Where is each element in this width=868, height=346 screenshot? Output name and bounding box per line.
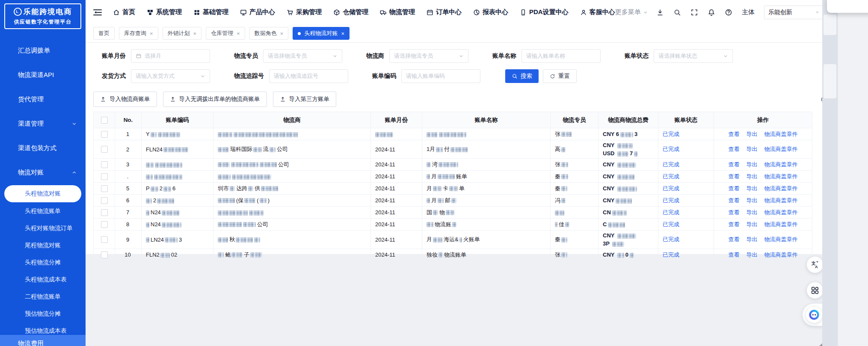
row-checkbox[interactable] <box>101 221 108 228</box>
op-view-link[interactable]: 查看 <box>729 131 740 137</box>
op-stamp-link[interactable]: 物流商盖章件 <box>764 197 798 204</box>
nav-item-report[interactable]: 报表中心 <box>473 8 508 16</box>
nav-item-service[interactable]: 客服中心 <box>580 8 615 16</box>
download-icon[interactable] <box>656 9 664 16</box>
help-icon[interactable] <box>725 9 732 16</box>
op-export-link[interactable]: 导出 <box>747 173 758 180</box>
op-view-link[interactable]: 查看 <box>729 197 740 204</box>
sidebar-item-物流渠道API[interactable]: 物流渠道API <box>0 63 86 87</box>
nav-item-product[interactable]: 产品中心 <box>240 8 275 16</box>
row-checkbox[interactable] <box>101 185 108 192</box>
select-账单状态[interactable]: 请选择账单状态 <box>654 49 733 63</box>
op-export-link[interactable]: 导出 <box>747 221 758 228</box>
import-button-导入第三方账单[interactable]: 导入第三方账单 <box>273 92 337 107</box>
search-button[interactable]: 搜索 <box>505 69 539 83</box>
op-export-link[interactable]: 导出 <box>747 146 758 152</box>
assistant-button[interactable] <box>806 307 822 323</box>
sidebar-subitem-头程物流分摊[interactable]: 头程物流分摊 <box>0 254 86 271</box>
import-button-导入物流商账单[interactable]: 导入物流商账单 <box>93 92 157 107</box>
nav-item-order[interactable]: 订单中心 <box>427 8 462 16</box>
close-icon[interactable]: × <box>237 31 240 36</box>
sidebar-subitem-头程物流成本表[interactable]: 头程物流成本表 <box>0 271 86 288</box>
op-stamp-link[interactable]: 物流商盖章件 <box>764 146 798 152</box>
select-账单月份[interactable]: 选择月 <box>131 49 210 63</box>
sidebar-subitem-预估物流分摊[interactable]: 预估物流分摊 <box>0 305 86 322</box>
sidebar-subitem-尾程物流对账[interactable]: 尾程物流对账 <box>0 237 86 254</box>
text-input-账单名称[interactable]: 请输入账单名称 <box>521 49 601 63</box>
menu-collapse-icon[interactable] <box>93 9 102 15</box>
fullscreen-icon[interactable] <box>690 9 698 16</box>
nav-item-base[interactable]: 基础管理 <box>193 8 228 16</box>
tab-头程物流对账[interactable]: 头程物流对账× <box>293 27 350 40</box>
op-export-link[interactable]: 导出 <box>747 209 758 216</box>
sidebar-item-货代管理[interactable]: 货代管理 <box>0 87 86 112</box>
select-all-checkbox[interactable] <box>101 117 108 124</box>
row-checkbox[interactable] <box>101 197 108 204</box>
op-stamp-link[interactable]: 物流商盖章件 <box>764 236 798 242</box>
op-stamp-link[interactable]: 物流商盖章件 <box>764 251 798 258</box>
nav-item-pda[interactable]: PDA设置中心 <box>520 8 569 16</box>
row-checkbox[interactable] <box>101 161 108 168</box>
op-view-link[interactable]: 查看 <box>729 146 740 152</box>
nav-item-sys[interactable]: 系统管理 <box>147 8 182 16</box>
op-stamp-link[interactable]: 物流商盖章件 <box>764 161 798 168</box>
row-checkbox[interactable] <box>101 173 108 180</box>
nav-item-logistics[interactable]: 物流管理 <box>380 8 415 16</box>
row-checkbox[interactable] <box>101 131 108 138</box>
op-stamp-link[interactable]: 物流商盖章件 <box>764 173 798 180</box>
op-view-link[interactable]: 查看 <box>729 221 740 228</box>
close-icon[interactable]: × <box>280 31 284 36</box>
sidebar-item-汇总调拨单[interactable]: 汇总调拨单 <box>0 38 86 63</box>
row-checkbox[interactable] <box>101 146 108 153</box>
row-checkbox[interactable] <box>101 251 108 258</box>
close-icon[interactable]: × <box>150 31 153 36</box>
more-menu[interactable]: 更多菜单 <box>615 8 648 16</box>
select-物流商[interactable]: 请选择物流专员 <box>389 49 468 63</box>
tab-首页[interactable]: 首页 <box>93 27 115 40</box>
select-物流专员[interactable]: 请选择物流专员 <box>263 49 342 63</box>
op-view-link[interactable]: 查看 <box>729 173 740 180</box>
op-view-link[interactable]: 查看 <box>729 185 740 192</box>
op-export-link[interactable]: 导出 <box>747 236 758 242</box>
sidebar-item-物流对账[interactable]: 物流对账 <box>0 160 86 185</box>
search-icon[interactable] <box>673 9 681 16</box>
sidebar-subitem-头程物流账单[interactable]: 头程物流账单 <box>0 203 86 220</box>
sidebar-subitem-头程对账物流订单[interactable]: 头程对账物流订单 <box>0 220 86 237</box>
nav-item-home[interactable]: 首页 <box>113 8 135 16</box>
op-export-link[interactable]: 导出 <box>747 131 758 137</box>
row-checkbox[interactable] <box>101 209 108 216</box>
op-stamp-link[interactable]: 物流商盖章件 <box>764 185 798 192</box>
op-stamp-link[interactable]: 物流商盖章件 <box>764 131 798 137</box>
apps-button[interactable] <box>807 282 823 299</box>
op-export-link[interactable]: 导出 <box>747 185 758 192</box>
op-export-link[interactable]: 导出 <box>747 251 758 258</box>
op-view-link[interactable]: 查看 <box>729 161 740 168</box>
tab-数据角色[interactable]: 数据角色× <box>249 27 289 40</box>
op-view-link[interactable]: 查看 <box>729 251 740 258</box>
text-input-物流追踪号[interactable]: 请输入物流追踪号 <box>269 69 348 83</box>
sidebar-item-渠道包装方式[interactable]: 渠道包装方式 <box>0 136 86 160</box>
nav-item-warehouse[interactable]: 仓储管理 <box>333 8 368 16</box>
nav-item-purchase[interactable]: 采购管理 <box>287 8 322 16</box>
op-view-link[interactable]: 查看 <box>729 209 740 216</box>
tab-仓库管理[interactable]: 仓库管理× <box>206 27 245 40</box>
translate-button[interactable]: 文A <box>807 257 823 273</box>
text-input-账单编码[interactable]: 请输入账单编码 <box>401 69 480 83</box>
bell-icon[interactable] <box>708 9 715 16</box>
select-发货方式[interactable]: 请输入发货方式 <box>131 69 210 83</box>
close-icon[interactable]: × <box>193 31 197 36</box>
reset-button[interactable]: 重置 <box>543 69 577 83</box>
op-view-link[interactable]: 查看 <box>729 236 740 242</box>
import-button-导入无调拨出库单的物流商账单[interactable]: 导入无调拨出库单的物流商账单 <box>163 92 267 107</box>
close-icon[interactable]: × <box>341 31 344 36</box>
sidebar-subitem-二程物流账单[interactable]: 二程物流账单 <box>0 288 86 305</box>
sidebar-item-渠道管理[interactable]: 渠道管理 <box>0 112 86 136</box>
row-checkbox[interactable] <box>101 236 108 243</box>
sidebar-item-clipped[interactable]: 物流费用 <box>0 335 86 346</box>
entity-select[interactable]: 乐能创新 <box>764 6 824 19</box>
op-export-link[interactable]: 导出 <box>747 161 758 168</box>
tab-库存查询[interactable]: 库存查询× <box>119 27 158 40</box>
op-export-link[interactable]: 导出 <box>747 197 758 204</box>
tab-外销计划[interactable]: 外销计划× <box>163 27 202 40</box>
op-stamp-link[interactable]: 物流商盖章件 <box>764 209 798 216</box>
